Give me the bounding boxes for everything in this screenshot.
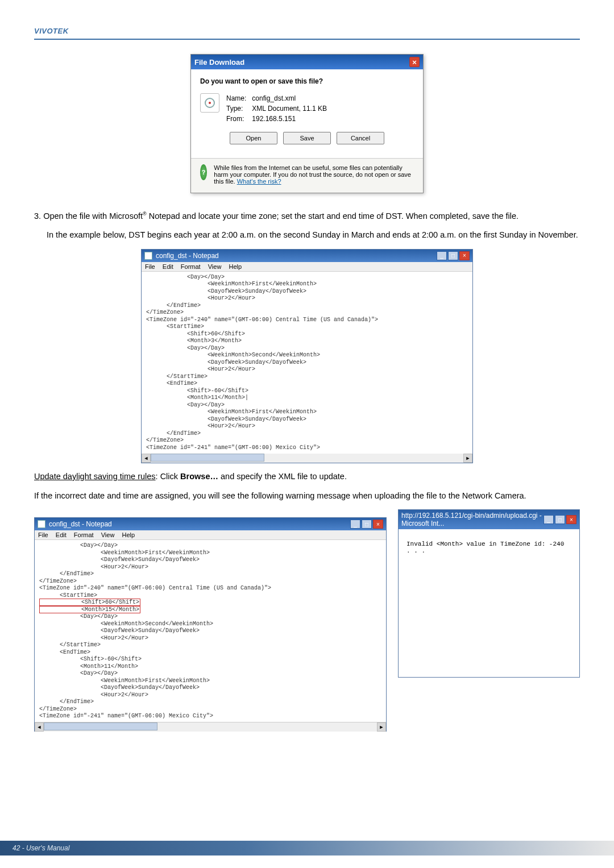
horizontal-scrollbar[interactable]: ◄ ► [142, 454, 472, 463]
menu-help[interactable]: Help [229, 263, 242, 270]
scroll-thumb[interactable] [44, 722, 157, 730]
menu-format[interactable]: Format [74, 531, 94, 538]
horizontal-scrollbar[interactable]: ◄ ► [35, 722, 386, 731]
notepad-content[interactable]: <Day></Day> <WeekinMonth>First</WeekinMo… [142, 272, 472, 454]
scroll-thumb[interactable] [151, 454, 264, 462]
step3-text-b: Notepad and locate your time zone; set t… [147, 211, 518, 221]
notepad-title: config_dst - Notepad [49, 520, 112, 528]
example-para: In the example below, DST begins each ye… [47, 230, 580, 241]
open-button[interactable]: Open [230, 132, 277, 144]
maximize-icon[interactable]: □ [555, 515, 565, 524]
menu-format[interactable]: Format [181, 263, 201, 270]
shield-icon: ? [200, 164, 207, 180]
menu-file[interactable]: File [38, 531, 48, 538]
scroll-right-icon[interactable]: ► [463, 454, 472, 463]
update-lead: Update daylight saving time rules [34, 472, 156, 481]
close-icon[interactable]: × [409, 57, 420, 67]
file-info: Name: config_dst.xml Type: XML Document,… [226, 93, 327, 124]
dialog-title: File Download [194, 58, 244, 67]
ie-title-text: http://192.168.5.121/cgi-bin/admin/uploa… [401, 512, 544, 528]
brand-text: VIVOTEK [34, 27, 69, 35]
from-value: 192.168.5.151 [252, 115, 296, 123]
menu-edit[interactable]: Edit [56, 531, 67, 538]
maximize-icon[interactable]: □ [362, 520, 372, 529]
menu-help[interactable]: Help [122, 531, 135, 538]
step-3: 3. Open the file with Microsoft® Notepad… [34, 210, 580, 222]
footer-text: 42 - User's Manual [13, 844, 69, 852]
update-tail: and specify the XML file to update. [218, 472, 347, 481]
type-label: Type: [226, 103, 250, 114]
notepad-titlebar: config_dst - Notepad _ □ × [142, 250, 472, 262]
menu-edit[interactable]: Edit [163, 263, 173, 270]
dialog-titlebar: File Download × [191, 55, 423, 69]
document-icon [144, 252, 152, 260]
xml-file-icon [200, 93, 219, 113]
step-number: 3. [34, 211, 41, 221]
ie-titlebar: http://192.168.5.121/cgi-bin/admin/uploa… [399, 510, 579, 529]
minimize-icon[interactable]: _ [437, 251, 447, 260]
notepad-content[interactable]: <Day></Day> <WeekinMonth>First</WeekinMo… [35, 540, 386, 722]
page-header: VIVOTEK [34, 23, 580, 40]
notepad-titlebar: config_dst - Notepad _ □ × [35, 518, 386, 530]
page-footer: 42 - User's Manual [0, 841, 614, 855]
whats-the-risk-link[interactable]: What's the risk? [237, 178, 281, 185]
update-rest: : Click [156, 472, 181, 481]
name-label: Name: [226, 93, 250, 103]
minimize-icon[interactable]: _ [350, 520, 360, 529]
scroll-left-icon[interactable]: ◄ [142, 454, 151, 463]
registered-icon: ® [143, 211, 147, 217]
document-icon [38, 520, 45, 528]
ie-window: http://192.168.5.121/cgi-bin/admin/uploa… [398, 509, 580, 678]
notepad-menu: File Edit Format View Help [142, 262, 472, 272]
scroll-right-icon[interactable]: ► [377, 722, 386, 732]
notepad-window-1: config_dst - Notepad _ □ × File Edit For… [141, 249, 473, 463]
warning-text: While files from the Internet can be use… [214, 164, 414, 185]
type-value: XML Document, 11.1 KB [252, 105, 327, 113]
maximize-icon[interactable]: □ [448, 251, 458, 260]
file-download-dialog: File Download × Do you want to open or s… [190, 54, 424, 193]
warning-para: If the incorrect date and time are assig… [34, 491, 580, 502]
minimize-icon[interactable]: _ [544, 515, 554, 524]
menu-file[interactable]: File [145, 263, 155, 270]
ie-error-text: Invalid <Month> value in TimeZone id: -2… [399, 529, 579, 677]
browse-bold: Browse… [180, 472, 218, 481]
step3-text-a: Open the file with Microsoft [43, 211, 143, 221]
save-button[interactable]: Save [283, 132, 331, 144]
update-rules-para: Update daylight saving time rules: Click… [34, 471, 580, 483]
scroll-left-icon[interactable]: ◄ [35, 722, 44, 732]
close-icon[interactable]: × [566, 515, 576, 524]
dialog-question: Do you want to open or save this file? [200, 77, 414, 85]
menu-view[interactable]: View [208, 263, 222, 270]
name-value: config_dst.xml [252, 94, 296, 102]
cancel-button[interactable]: Cancel [337, 132, 384, 144]
close-icon[interactable]: × [373, 520, 383, 529]
notepad-title: config_dst - Notepad [156, 252, 219, 260]
notepad-window-2: config_dst - Notepad _ □ × File Edit For… [34, 517, 387, 732]
menu-view[interactable]: View [101, 531, 115, 538]
close-icon[interactable]: × [459, 251, 470, 260]
from-label: From: [226, 114, 250, 124]
notepad-menu: File Edit Format View Help [35, 530, 386, 540]
